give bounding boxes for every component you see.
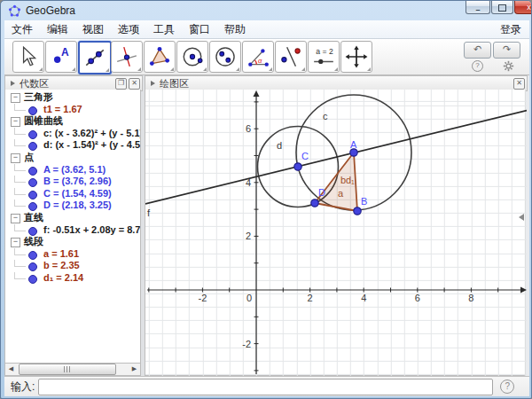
command-input[interactable]	[38, 379, 493, 395]
visibility-dot[interactable]	[28, 227, 37, 236]
menu-login[interactable]: 登录	[492, 22, 529, 37]
point-A[interactable]	[350, 149, 357, 156]
algebra-item-row[interactable]: A = (3.62, 5.1)	[5, 164, 140, 176]
graphics-view[interactable]: -202468642-2cdfABCDabd₁	[145, 90, 526, 376]
menu-item-1[interactable]: 文件	[4, 20, 40, 39]
algebra-item-row[interactable]: c: (x - 3.62)² + (y - 5.1)² = 4.6	[5, 128, 140, 140]
collapse-minus-icon[interactable]: −	[11, 214, 20, 223]
algebra-item-text: B = (3.76, 2.96)	[43, 176, 112, 188]
line-tool-button[interactable]	[78, 41, 112, 74]
visibility-dot[interactable]	[28, 275, 37, 284]
algebra-item-text: d₁ = 2.14	[43, 272, 83, 285]
collapse-minus-icon[interactable]: −	[11, 93, 20, 103]
angle-tool-button[interactable]: α	[242, 41, 274, 73]
algebra-category-row[interactable]: −点	[5, 152, 140, 164]
collapse-minus-icon[interactable]: −	[11, 153, 20, 163]
visibility-dot[interactable]	[28, 142, 37, 151]
tree-connector	[14, 128, 26, 135]
algebra-item-row[interactable]: C = (1.54, 4.59)	[5, 188, 140, 200]
perpendicular-line-tool-button[interactable]	[111, 41, 143, 73]
visibility-dot[interactable]	[28, 251, 37, 260]
redo-button[interactable]: ↷	[493, 42, 520, 59]
input-help-icon[interactable]: ?	[500, 379, 514, 394]
undo-button[interactable]: ↶	[464, 42, 491, 59]
algebra-view[interactable]: −三角形t1 = 1.67−圆锥曲线c: (x - 3.62)² + (y - …	[4, 90, 141, 363]
label-B[interactable]: B	[361, 196, 367, 207]
x-axis-arrow	[520, 287, 527, 293]
restore-button[interactable]	[491, 1, 513, 14]
label-a[interactable]: a	[338, 188, 344, 199]
point-B[interactable]	[354, 207, 361, 215]
scroll-right-arrow[interactable]: ▶	[129, 364, 140, 375]
visibility-dot[interactable]	[28, 130, 37, 139]
visibility-dot[interactable]	[28, 167, 37, 176]
conic-tool-button[interactable]	[209, 41, 241, 73]
algebra-category-row[interactable]: −三角形	[5, 91, 140, 104]
move-tool-button[interactable]	[12, 41, 44, 73]
visibility-dot[interactable]	[28, 191, 37, 200]
panel-menu-arrow-icon[interactable]	[151, 81, 155, 86]
undock-icon[interactable]: ❐	[115, 78, 127, 90]
label-d[interactable]: d	[277, 140, 282, 151]
menu-item-2[interactable]: 编辑	[40, 20, 75, 39]
tree-connector	[14, 248, 26, 255]
slider-tool-button[interactable]: a = 2	[308, 41, 340, 73]
collapse-minus-icon[interactable]: −	[11, 238, 20, 247]
menu-item-6[interactable]: 窗口	[182, 20, 217, 39]
label-c[interactable]: c	[323, 111, 328, 121]
label-d₁[interactable]: d₁	[346, 175, 355, 185]
geogebra-logo-icon	[8, 4, 21, 18]
label-D[interactable]: D	[318, 187, 325, 198]
algebra-hscrollbar[interactable]: ◀ ▶	[4, 363, 141, 376]
algebra-category-label: 三角形	[24, 91, 53, 104]
close-button[interactable]: x	[514, 1, 532, 14]
gear-icon[interactable]	[503, 59, 514, 71]
tree-connector	[14, 272, 26, 279]
algebra-item-row[interactable]: d₁ = 2.14	[5, 272, 140, 285]
slider-tool-icon: a = 2	[312, 45, 335, 68]
visibility-dot[interactable]	[28, 262, 37, 271]
label-f[interactable]: f	[147, 207, 151, 218]
label-C[interactable]: C	[301, 151, 309, 161]
y-tick-label: -2	[242, 339, 251, 349]
algebra-category-label: 直线	[24, 212, 43, 224]
algebra-item-row[interactable]: t1 = 1.67	[5, 104, 140, 116]
algebra-category-row[interactable]: −直线	[5, 212, 140, 224]
panel-menu-arrow-icon[interactable]	[11, 81, 15, 86]
visibility-dot[interactable]	[28, 106, 37, 115]
algebra-item-row[interactable]: d: (x - 1.54)² + (y - 4.59)² = 2.	[5, 139, 140, 152]
menu-item-7[interactable]: 帮助	[217, 20, 253, 39]
menu-item-3[interactable]: 视图	[75, 20, 111, 39]
visibility-dot[interactable]	[28, 178, 37, 187]
algebra-item-row[interactable]: D = (2.18, 3.25)	[5, 200, 140, 212]
algebra-category-row[interactable]: −线段	[5, 236, 140, 248]
scroll-left-arrow[interactable]: ◀	[5, 364, 17, 375]
collapse-minus-icon[interactable]: −	[11, 117, 20, 127]
point-C[interactable]	[294, 163, 301, 170]
visibility-dot[interactable]	[28, 202, 37, 211]
algebra-item-row[interactable]: B = (3.76, 2.96)	[5, 176, 140, 188]
point-D[interactable]	[311, 200, 318, 207]
algebra-item-row[interactable]: f: -0.51x + 2.08y = 8.77	[5, 224, 140, 237]
algebra-item-text: A = (3.62, 5.1)	[43, 164, 106, 176]
scrollbar-thumb[interactable]	[19, 364, 116, 375]
menu-item-4[interactable]: 选项	[111, 20, 146, 39]
polygon-tool-button[interactable]	[144, 41, 176, 73]
title-bar[interactable]: GeoGebra	[1, 1, 532, 20]
move-graphics-tool-button[interactable]	[340, 41, 372, 73]
sidebar-collapse-arrow-icon[interactable]	[519, 214, 524, 221]
circle-tool-button[interactable]	[176, 41, 208, 73]
graphics-canvas[interactable]: -202468642-2cdfABCDabd₁	[145, 90, 527, 376]
label-A[interactable]: A	[350, 139, 357, 150]
close-panel-icon[interactable]: ✕	[513, 78, 525, 90]
algebra-category-label: 圆锥曲线	[24, 115, 63, 128]
point-tool-button[interactable]: A	[45, 41, 77, 73]
algebra-item-row[interactable]: a = 1.61	[5, 248, 140, 261]
help-icon[interactable]: ?	[472, 60, 483, 72]
reflect-tool-button[interactable]	[275, 41, 307, 73]
algebra-item-row[interactable]: b = 2.35	[5, 260, 140, 272]
algebra-category-row[interactable]: −圆锥曲线	[5, 115, 140, 128]
menu-item-5[interactable]: 工具	[146, 20, 182, 39]
close-panel-icon[interactable]: ✕	[129, 78, 140, 90]
minimize-button[interactable]: –	[466, 1, 490, 14]
